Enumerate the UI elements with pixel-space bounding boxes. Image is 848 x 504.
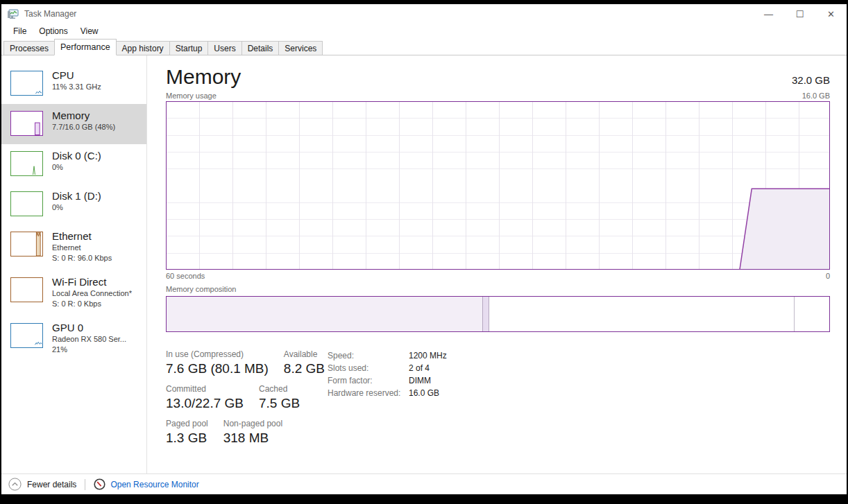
sidebar-disk1-stats: 0% (52, 202, 101, 213)
ethernet-mini-graph (10, 232, 43, 257)
sidebar-item-wifi-direct[interactable]: Wi-Fi Direct Local Area Connection* S: 0… (1, 270, 146, 316)
sidebar-ethernet-name: Ethernet (52, 243, 112, 253)
tab-app-history[interactable]: App history (116, 41, 170, 55)
window-title: Task Manager (24, 9, 76, 19)
sidebar-cpu-title: CPU (52, 69, 101, 82)
tab-users[interactable]: Users (207, 41, 241, 55)
stat-paged-pool: Paged pool 1.3 GB (166, 419, 208, 446)
sidebar-cpu-stats: 11% 3.31 GHz (52, 82, 101, 92)
sidebar-item-disk1[interactable]: Disk 1 (D:) 0% (1, 184, 146, 225)
resource-monitor-icon (94, 478, 105, 490)
stat-in-use-value: 7.6 GB (80.1 MB) (166, 361, 269, 376)
stat-available-value: 8.2 GB (284, 361, 325, 376)
page-title: Memory (166, 65, 241, 89)
composition-in-use (167, 297, 483, 331)
stat-paged-pool-label: Paged pool (166, 419, 208, 428)
open-resource-monitor-label: Open Resource Monitor (110, 480, 198, 489)
stat-paged-pool-value: 1.3 GB (166, 431, 208, 446)
timeline-left-label: 60 seconds (166, 272, 205, 280)
stat-available: Available 8.2 GB (284, 349, 325, 376)
detail-slots-used: Slots used: 2 of 4 (328, 362, 447, 374)
memory-composition-bar (166, 296, 830, 332)
menu-view[interactable]: View (74, 25, 105, 37)
title-bar: Task Manager — ☐ ✕ (1, 4, 847, 24)
menu-file[interactable]: File (7, 25, 33, 37)
close-button[interactable]: ✕ (815, 4, 847, 24)
tab-startup[interactable]: Startup (169, 41, 209, 55)
stat-available-label: Available (284, 349, 325, 359)
total-capacity: 32.0 GB (792, 74, 830, 86)
disk0-mini-graph (10, 151, 43, 176)
tab-services[interactable]: Services (278, 41, 323, 55)
detail-slots-value: 2 of 4 (409, 363, 430, 373)
timeline-right-label: 0 (826, 272, 830, 280)
detail-form-factor-value: DIMM (409, 376, 431, 385)
sidebar-disk0-title: Disk 0 (C:) (52, 150, 101, 162)
stat-in-use-label: In use (Compressed) (166, 349, 269, 359)
sidebar-disk0-stats: 0% (52, 162, 101, 173)
sidebar-item-gpu0[interactable]: GPU 0 Radeon RX 580 Ser... 21% (1, 316, 146, 362)
sidebar-item-memory[interactable]: Memory 7.7/16.0 GB (48%) (1, 104, 146, 144)
sidebar-wifi-title: Wi-Fi Direct (52, 276, 132, 288)
composition-free (795, 297, 829, 331)
detail-speed: Speed: 1200 MHz (328, 349, 447, 362)
task-manager-icon (8, 9, 19, 19)
memory-mini-graph (10, 111, 43, 136)
sidebar-item-cpu[interactable]: CPU 11% 3.31 GHz (1, 64, 146, 104)
stat-committed-label: Committed (166, 384, 244, 394)
minimize-button[interactable]: — (753, 4, 784, 24)
memory-usage-area (740, 189, 829, 269)
disk1-mini-graph (10, 191, 43, 216)
detail-hardware-reserved: Hardware reserved: 16.0 GB (328, 387, 447, 399)
fewer-details-button[interactable]: Fewer details (8, 478, 76, 491)
footer-bar: Fewer details Open Resource Monitor (1, 473, 847, 494)
composition-modified (483, 297, 489, 331)
sidebar-gpu0-title: GPU 0 (52, 322, 126, 334)
detail-speed-label: Speed: (328, 351, 409, 360)
tab-processes[interactable]: Processes (3, 41, 55, 55)
sidebar-wifi-stats: S: 0 R: 0 Kbps (52, 299, 132, 309)
wifi-direct-mini-graph (10, 277, 43, 302)
detail-form-factor: Form factor: DIMM (328, 374, 447, 387)
memory-panel: Memory 32.0 GB Memory usage 16.0 GB 60 s… (147, 55, 847, 473)
composition-label: Memory composition (166, 285, 830, 293)
tab-details[interactable]: Details (241, 41, 280, 55)
detail-slots-label: Slots used: (328, 363, 409, 373)
detail-form-factor-label: Form factor: (328, 376, 409, 385)
sidebar-ethernet-stats: S: 0 R: 96.0 Kbps (52, 253, 112, 263)
sidebar-item-ethernet[interactable]: Ethernet Ethernet S: 0 R: 96.0 Kbps (1, 225, 146, 270)
composition-standby (489, 297, 795, 331)
usage-chart-label: Memory usage (166, 92, 217, 100)
scale-max-label: 16.0 GB (802, 92, 830, 100)
tab-bar: Processes Performance App history Startu… (1, 39, 847, 55)
sidebar-gpu0-stats: 21% (52, 345, 126, 355)
stat-committed-value: 13.0/22.7 GB (166, 396, 244, 411)
footer-divider (85, 479, 85, 490)
hardware-details: Speed: 1200 MHz Slots used: 2 of 4 Form … (328, 349, 447, 399)
tab-performance[interactable]: Performance (54, 39, 117, 55)
menu-options[interactable]: Options (33, 25, 74, 37)
stat-committed: Committed 13.0/22.7 GB (166, 384, 244, 411)
maximize-button[interactable]: ☐ (784, 4, 815, 24)
gpu0-mini-graph (10, 323, 43, 348)
fewer-details-label: Fewer details (27, 480, 76, 489)
menu-bar: File Options View (1, 24, 847, 39)
detail-hw-reserved-label: Hardware reserved: (328, 388, 409, 398)
chevron-up-circle-icon (8, 478, 22, 491)
detail-hw-reserved-value: 16.0 GB (409, 388, 439, 398)
open-resource-monitor-link[interactable]: Open Resource Monitor (94, 478, 198, 490)
sidebar-wifi-name: Local Area Connection* (52, 288, 132, 299)
stat-non-paged-pool: Non-paged pool 318 MB (223, 419, 282, 446)
stat-cached-value: 7.5 GB (259, 396, 300, 411)
stat-in-use: In use (Compressed) 7.6 GB (80.1 MB) (166, 349, 269, 376)
sidebar-item-disk0[interactable]: Disk 0 (C:) 0% (1, 144, 146, 184)
sidebar-disk1-title: Disk 1 (D:) (52, 190, 101, 202)
sidebar-memory-title: Memory (52, 110, 115, 122)
stat-non-paged-pool-label: Non-paged pool (223, 419, 282, 428)
stat-cached: Cached 7.5 GB (259, 384, 300, 411)
detail-speed-value: 1200 MHz (409, 351, 447, 360)
stat-cached-label: Cached (259, 384, 300, 394)
task-manager-window: Task Manager — ☐ ✕ File Options View Pro… (1, 4, 847, 494)
sidebar-ethernet-title: Ethernet (52, 230, 112, 243)
sidebar-gpu0-name: Radeon RX 580 Ser... (52, 334, 126, 345)
